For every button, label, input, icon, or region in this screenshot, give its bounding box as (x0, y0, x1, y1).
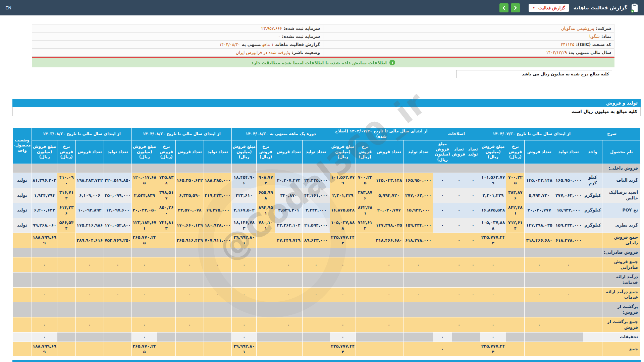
total-row: جمع درآمد ارائه خدمات۰۰۰۰۰۰۰۰۰۰۰۰۰۰۰۰۰ (13, 287, 641, 302)
value-cell (76, 248, 104, 257)
production-sales-band: تولید و فروش (12, 99, 641, 107)
report-type-dropdown[interactable]: گزارش فعالیت ▼ (529, 4, 569, 12)
value-cell (302, 342, 330, 357)
value-cell (104, 342, 132, 357)
value-cell: ۶۱۸,۲۷۸,۰۰۰ (404, 233, 433, 248)
value-cell (506, 248, 525, 257)
value-cell: ۳۸۳,۸۷۶ (506, 188, 525, 203)
value-cell (404, 272, 433, 287)
value-cell (466, 332, 480, 342)
company-info-table: شرکت:پتروشیمی تندگویانسرمایه ثبت شده:۲۳,… (32, 24, 614, 57)
value-cell: ۰ (302, 287, 330, 302)
value-cell (176, 164, 204, 173)
column-header: تعداد تولید (404, 140, 433, 164)
field-value: پذیرفته شده در فرابورس ایران (236, 50, 290, 55)
value-cell (506, 233, 525, 248)
value-cell (232, 248, 257, 257)
value-cell (275, 302, 303, 317)
value-cell: ۰ (554, 287, 583, 302)
value-cell: ۴۲,۱۶۱,۰۰۰ (302, 188, 330, 203)
value-cell: ۰ (176, 287, 204, 302)
value-cell: ۰ (76, 287, 104, 302)
unit-cell (583, 317, 602, 333)
status-cell: تولید (13, 173, 32, 188)
language-toggle[interactable]: EN (5, 5, 11, 10)
value-cell: ۰ (452, 218, 466, 233)
value-cell: ۱۸۸,۷۹۹,۶۹۹ (32, 233, 57, 248)
value-cell: ۲۷۷,۰۶۲,۰۰۰ (554, 188, 583, 203)
value-cell (232, 272, 257, 287)
column-header: تعداد تولید (104, 140, 132, 164)
column-header: نرخ فروش (ریال) (356, 140, 374, 164)
data-row: گرید الیافکیلو گرم۱۶۵,۹۵۰,۰۰۰۱۴۵,۰۴۳,۱۴۸… (13, 173, 641, 188)
unit-cell: کیلوگرم (583, 188, 602, 203)
value-cell: ۰ (275, 317, 303, 333)
company-info-field: شرکت:پتروشیمی تندگویان (323, 25, 614, 32)
value-cell: ۰ (466, 203, 480, 218)
signed-info-bar: i اطلاعات نمایش داده شده با اطلاعات امضا… (32, 58, 614, 67)
unit-cell: کیلوگرم (583, 218, 602, 233)
value-cell: ۱۶,۸۷۵,۵۴۸ (330, 203, 356, 218)
value-cell (506, 287, 525, 302)
column-group-header: از ابتدای سال مالی تا تاریخ ۱۴۰۴/۰۸/۳۰ (132, 128, 232, 140)
value-cell (433, 272, 452, 287)
value-cell (257, 342, 275, 357)
value-cell: ۶۱۸,۲۷۸,۰۰۰ (554, 233, 583, 248)
value-cell (480, 164, 506, 173)
row-label: جمع فروش داخلی (602, 233, 641, 248)
data-row: نخ POYکیلوگرم۱۵,۹۳۲,۰۰۰۲۰,۰۳۰,۷۷۷۸۴۲,۴۸۱… (13, 203, 641, 218)
value-cell: ۰ (433, 218, 452, 233)
value-cell (104, 302, 132, 317)
value-cell: ۰ (480, 332, 506, 342)
value-cell: ۷۲۱,۸۱۳ (157, 218, 176, 233)
value-cell: ۱۰,۰۹۴,۸۹۲ (76, 203, 104, 218)
status-cell (13, 233, 32, 248)
value-cell: ۱۷۰,۶۶۰,۱۳۹ (176, 218, 204, 233)
nav-forward-button[interactable] (511, 3, 520, 12)
total-row: جمع۲۲۵,۷۷۷,۴۴۴۰۲۲۵,۷۷۷,۴۴۴۳۹,۹۹۲,۸۰۱۲۶۵,… (13, 342, 641, 357)
value-cell: ۱۲۰,۰۱۷,۶۸۵ (132, 173, 157, 188)
value-cell: ۰ (232, 317, 257, 333)
chevron-down-icon: ▼ (532, 6, 535, 9)
row-label: فروش صادراتی: (602, 248, 641, 257)
value-cell: ۱,۹۳۴,۷۹۴ (32, 188, 57, 203)
column-group-header: از ابتدای سال مالی تا تاریخ ۱۴۰۳/۰۸/۳۰ (32, 128, 132, 140)
value-cell (302, 332, 330, 342)
value-cell (76, 342, 104, 357)
value-cell (554, 272, 583, 287)
row-label: فروش داخلی: (602, 164, 641, 173)
value-cell: ۸۹,۶۳۳,۰۰۰ (302, 233, 330, 248)
value-cell: ۲۳,۲۶۲,۱۰۴ (275, 218, 303, 233)
row-label: جمع (602, 342, 641, 357)
company-info-field: سرمایه ثبت نشده:۰ (32, 33, 323, 40)
value-cell: ۷۱۲,۶۱۴ (356, 218, 374, 233)
chevron-left-icon (502, 6, 506, 10)
value-cell: ۰ (330, 287, 356, 302)
value-cell: ۷۱۲,۶۱۴ (506, 218, 525, 233)
value-cell (554, 248, 583, 257)
value-cell: ۱۴۵,۰۴۳,۱۴۸ (525, 173, 554, 188)
value-cell: ۰ (176, 257, 204, 273)
value-cell: ۱۰۱,۵۶۲,۷۷۹ (330, 173, 356, 188)
value-cell (157, 332, 176, 342)
value-cell: ۰ (232, 257, 257, 273)
company-info-field: وضعیت ناشر:پذیرفته شده در فرابورس ایران (32, 49, 323, 56)
value-cell (32, 164, 57, 173)
value-cell (356, 332, 374, 342)
status-cell (13, 342, 32, 357)
value-cell: ۳۸۳,۸۷۶ (356, 188, 374, 203)
value-cell (302, 317, 330, 333)
value-cell (204, 302, 232, 317)
value-cell (433, 248, 452, 257)
column-header: نرخ فروش (ریال) (157, 140, 176, 164)
nav-back-button[interactable] (499, 3, 508, 12)
value-cell: ۱۴۷,۳۹۸,۰۳۵ (374, 218, 404, 233)
value-cell: ۰ (466, 218, 480, 233)
row-label: جمع برگشت از فروش (602, 317, 641, 333)
value-cell (132, 302, 157, 317)
value-cell: ۰ (480, 287, 506, 302)
value-cell: ۳۸۹,۹۰۴,۶۱۶ (76, 233, 104, 248)
value-cell: ۱۴۷,۳۹۸,۰۳۵ (525, 218, 554, 233)
field-label: وضعیت ناشر: (292, 50, 320, 55)
value-cell: ۱۹۸,۴۸۳,۷۳۲ (76, 173, 104, 188)
